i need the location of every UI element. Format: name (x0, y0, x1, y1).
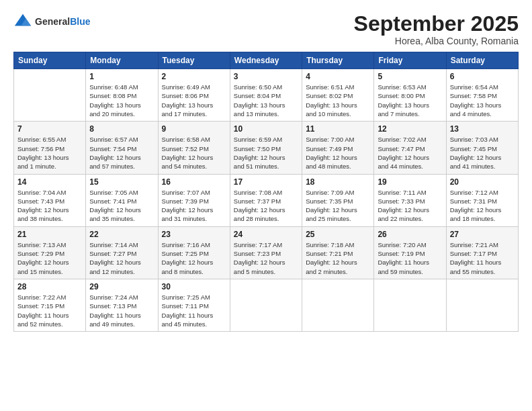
day-number: 28 (17, 282, 82, 291)
day-number: 18 (306, 177, 370, 187)
day-info: Sunrise: 6:57 AM Sunset: 7:54 PM Dayligh… (89, 135, 154, 171)
day-info: Sunrise: 6:53 AM Sunset: 8:00 PM Dayligh… (378, 83, 442, 118)
calendar-cell: 20Sunrise: 7:12 AM Sunset: 7:31 PM Dayli… (446, 174, 518, 226)
day-info: Sunrise: 7:08 AM Sunset: 7:37 PM Dayligh… (234, 188, 298, 224)
logo-icon (13, 12, 32, 31)
calendar-day-header: Wednesday (230, 52, 302, 69)
calendar-table: SundayMondayTuesdayWednesdayThursdayFrid… (13, 52, 519, 332)
day-number: 14 (17, 177, 82, 187)
calendar-cell: 8Sunrise: 6:57 AM Sunset: 7:54 PM Daylig… (86, 122, 158, 174)
day-info: Sunrise: 6:51 AM Sunset: 8:02 PM Dayligh… (306, 83, 370, 118)
day-number: 11 (306, 124, 370, 134)
calendar-week-row: 21Sunrise: 7:13 AM Sunset: 7:29 PM Dayli… (14, 226, 519, 279)
calendar-cell: 4Sunrise: 6:51 AM Sunset: 8:02 PM Daylig… (302, 69, 374, 122)
calendar-cell: 13Sunrise: 7:03 AM Sunset: 7:45 PM Dayli… (446, 122, 518, 174)
logo-general: General (35, 16, 70, 27)
calendar-cell: 5Sunrise: 6:53 AM Sunset: 8:00 PM Daylig… (374, 69, 446, 122)
calendar-cell: 17Sunrise: 7:08 AM Sunset: 7:37 PM Dayli… (230, 174, 302, 226)
calendar-cell: 24Sunrise: 7:17 AM Sunset: 7:23 PM Dayli… (230, 226, 302, 279)
day-info: Sunrise: 6:48 AM Sunset: 8:08 PM Dayligh… (89, 83, 154, 118)
day-number: 30 (162, 282, 226, 291)
day-info: Sunrise: 7:16 AM Sunset: 7:25 PM Dayligh… (162, 240, 226, 276)
day-number: 25 (306, 230, 370, 239)
calendar-week-row: 7Sunrise: 6:55 AM Sunset: 7:56 PM Daylig… (14, 122, 519, 174)
day-info: Sunrise: 6:59 AM Sunset: 7:50 PM Dayligh… (234, 135, 298, 171)
day-info: Sunrise: 7:25 AM Sunset: 7:11 PM Dayligh… (162, 293, 226, 328)
logo: GeneralBlue (13, 12, 90, 31)
logo-blue: Blue (70, 16, 90, 27)
calendar-cell: 30Sunrise: 7:25 AM Sunset: 7:11 PM Dayli… (158, 279, 230, 331)
page: GeneralBlue September 2025 Horea, Alba C… (0, 0, 532, 411)
calendar-cell: 22Sunrise: 7:14 AM Sunset: 7:27 PM Dayli… (86, 226, 158, 279)
day-number: 9 (162, 124, 226, 134)
day-info: Sunrise: 7:11 AM Sunset: 7:33 PM Dayligh… (378, 188, 442, 224)
logo-text: GeneralBlue (35, 16, 90, 28)
day-number: 17 (234, 177, 298, 187)
calendar-cell: 27Sunrise: 7:21 AM Sunset: 7:17 PM Dayli… (446, 226, 518, 279)
day-number: 29 (89, 282, 154, 291)
day-info: Sunrise: 7:03 AM Sunset: 7:45 PM Dayligh… (450, 135, 515, 171)
day-number: 13 (450, 124, 515, 134)
calendar-cell: 28Sunrise: 7:22 AM Sunset: 7:15 PM Dayli… (14, 279, 86, 331)
calendar-day-header: Sunday (14, 52, 86, 69)
calendar-cell: 1Sunrise: 6:48 AM Sunset: 8:08 PM Daylig… (86, 69, 158, 122)
calendar-cell (230, 279, 302, 331)
calendar-cell: 29Sunrise: 7:24 AM Sunset: 7:13 PM Dayli… (86, 279, 158, 331)
day-number: 24 (234, 230, 298, 239)
calendar-cell: 26Sunrise: 7:20 AM Sunset: 7:19 PM Dayli… (374, 226, 446, 279)
day-number: 26 (378, 230, 442, 239)
calendar-header-row: SundayMondayTuesdayWednesdayThursdayFrid… (14, 52, 519, 69)
day-info: Sunrise: 7:13 AM Sunset: 7:29 PM Dayligh… (17, 240, 82, 276)
day-info: Sunrise: 7:24 AM Sunset: 7:13 PM Dayligh… (89, 293, 154, 328)
day-number: 16 (162, 177, 226, 187)
calendar-cell (302, 279, 374, 331)
day-info: Sunrise: 7:14 AM Sunset: 7:27 PM Dayligh… (89, 240, 154, 276)
day-number: 8 (89, 124, 154, 134)
calendar-cell: 18Sunrise: 7:09 AM Sunset: 7:35 PM Dayli… (302, 174, 374, 226)
calendar-cell: 6Sunrise: 6:54 AM Sunset: 7:58 PM Daylig… (446, 69, 518, 122)
header: GeneralBlue September 2025 Horea, Alba C… (13, 12, 519, 46)
day-number: 4 (306, 72, 370, 81)
calendar-cell (446, 279, 518, 331)
day-number: 23 (162, 230, 226, 239)
day-number: 5 (378, 72, 442, 81)
calendar-cell: 25Sunrise: 7:18 AM Sunset: 7:21 PM Dayli… (302, 226, 374, 279)
day-info: Sunrise: 7:02 AM Sunset: 7:47 PM Dayligh… (378, 135, 442, 171)
calendar-cell: 15Sunrise: 7:05 AM Sunset: 7:41 PM Dayli… (86, 174, 158, 226)
day-number: 20 (450, 177, 515, 187)
calendar-cell: 10Sunrise: 6:59 AM Sunset: 7:50 PM Dayli… (230, 122, 302, 174)
day-info: Sunrise: 7:04 AM Sunset: 7:43 PM Dayligh… (17, 188, 82, 224)
calendar-day-header: Friday (374, 52, 446, 69)
day-info: Sunrise: 6:49 AM Sunset: 8:06 PM Dayligh… (162, 83, 226, 118)
calendar-cell: 12Sunrise: 7:02 AM Sunset: 7:47 PM Dayli… (374, 122, 446, 174)
day-info: Sunrise: 7:12 AM Sunset: 7:31 PM Dayligh… (450, 188, 515, 224)
calendar-cell: 9Sunrise: 6:58 AM Sunset: 7:52 PM Daylig… (158, 122, 230, 174)
day-info: Sunrise: 7:05 AM Sunset: 7:41 PM Dayligh… (89, 188, 154, 224)
day-number: 1 (89, 72, 154, 81)
calendar-cell: 14Sunrise: 7:04 AM Sunset: 7:43 PM Dayli… (14, 174, 86, 226)
day-info: Sunrise: 7:20 AM Sunset: 7:19 PM Dayligh… (378, 240, 442, 276)
calendar-cell: 16Sunrise: 7:07 AM Sunset: 7:39 PM Dayli… (158, 174, 230, 226)
day-number: 21 (17, 230, 82, 239)
calendar-cell (14, 69, 86, 122)
calendar-cell (374, 279, 446, 331)
day-info: Sunrise: 6:58 AM Sunset: 7:52 PM Dayligh… (162, 135, 226, 171)
calendar-week-row: 28Sunrise: 7:22 AM Sunset: 7:15 PM Dayli… (14, 279, 519, 331)
month-title: September 2025 (354, 12, 519, 36)
day-number: 10 (234, 124, 298, 134)
calendar-week-row: 14Sunrise: 7:04 AM Sunset: 7:43 PM Dayli… (14, 174, 519, 226)
day-info: Sunrise: 7:17 AM Sunset: 7:23 PM Dayligh… (234, 240, 298, 276)
calendar-cell: 21Sunrise: 7:13 AM Sunset: 7:29 PM Dayli… (14, 226, 86, 279)
calendar-cell: 11Sunrise: 7:00 AM Sunset: 7:49 PM Dayli… (302, 122, 374, 174)
title-area: September 2025 Horea, Alba County, Roman… (354, 12, 519, 46)
calendar-week-row: 1Sunrise: 6:48 AM Sunset: 8:08 PM Daylig… (14, 69, 519, 122)
day-number: 6 (450, 72, 515, 81)
calendar-cell: 23Sunrise: 7:16 AM Sunset: 7:25 PM Dayli… (158, 226, 230, 279)
day-number: 22 (89, 230, 154, 239)
day-info: Sunrise: 6:55 AM Sunset: 7:56 PM Dayligh… (17, 135, 82, 171)
day-info: Sunrise: 7:09 AM Sunset: 7:35 PM Dayligh… (306, 188, 370, 224)
day-info: Sunrise: 6:54 AM Sunset: 7:58 PM Dayligh… (450, 83, 515, 118)
calendar-day-header: Monday (86, 52, 158, 69)
day-number: 19 (378, 177, 442, 187)
day-number: 12 (378, 124, 442, 134)
